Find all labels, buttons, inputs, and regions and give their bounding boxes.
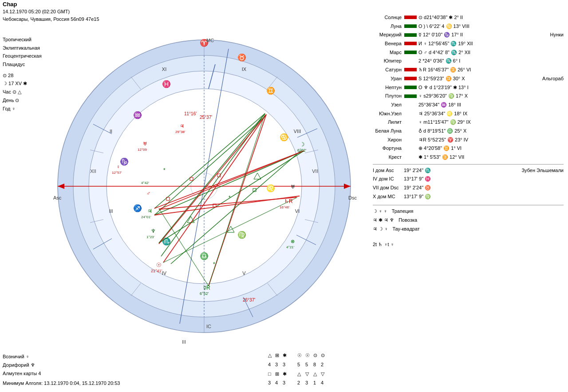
planet-data-neptune: O ♆ d 1°23'19" ✱ 13° I — [418, 83, 564, 92]
planet-name-cross: Крест — [373, 153, 402, 161]
config-name-2: Повозка — [398, 216, 417, 224]
planet-bar-fortuna — [404, 147, 417, 150]
extra-symbols: 2t ♄ ♀t ♀ — [373, 240, 564, 249]
svg-text:III: III — [109, 208, 113, 214]
svg-text:VII: VII — [312, 169, 318, 174]
svg-text:21°41': 21°41' — [151, 269, 162, 273]
svg-text:29°38': 29°38' — [175, 130, 185, 134]
time-label: Час ⊙ △ — [3, 88, 42, 96]
planet-bar-white-moon — [404, 129, 417, 133]
svg-text:4°42': 4°42' — [141, 181, 150, 185]
planet-data-cross: ✱ 1° 5'53" ♊ 12° VII — [418, 153, 564, 161]
svg-text:12°57': 12°57' — [112, 171, 122, 175]
planet-data-lilith: ♀ m11°15'47" ♍ 29° IX — [418, 118, 564, 126]
svg-text:♃: ♃ — [180, 123, 184, 129]
planet-name-sun: Солнце — [373, 13, 402, 22]
house-system-label: Плацидус — [3, 60, 42, 69]
planet-row-cross: Крест ✱ 1° 5'53" ♊ 12° VII — [373, 153, 564, 161]
planet-data-mars: O ♂ d 4°42' 8" ♏ 2° XII — [418, 48, 564, 57]
svg-text:IV: IV — [162, 270, 167, 276]
svg-text:*: * — [163, 167, 166, 173]
house-data-1: 19° 2'24" ♏ — [404, 166, 517, 175]
svg-text:IC: IC — [206, 324, 211, 329]
table-row-2: 4 3 3 5 5 8 2 — [266, 360, 327, 369]
planet-name-jupiter: Юпитер — [373, 57, 402, 65]
planet-row-mercury: Меркурий ☿ 12° 0'10" ♑ 17° II Нунки — [373, 31, 564, 39]
table-row-3: □ ⊞ ✱ △ ▽ △ ▽ — [266, 369, 327, 379]
planet-bar-sun — [404, 16, 417, 19]
planet-name-mercury: Меркурий — [373, 31, 402, 39]
planet-name-venus: Венера — [373, 39, 402, 48]
svg-text:♀: ♀ — [116, 164, 120, 170]
svg-text:♍: ♍ — [237, 231, 246, 239]
planet-row-white-moon: Белая Луна ♁ d 8°19'51" ♎ 25° X — [373, 127, 564, 135]
planet-name-node: Узел — [373, 101, 402, 109]
planet-row-chiron: Хирон ♃R 5°52'25" ♈ 23° IV — [373, 136, 564, 144]
svg-text:25°37': 25°37' — [200, 115, 212, 120]
svg-text:⊗: ⊗ — [291, 239, 295, 244]
planet-bar-saturn — [404, 68, 417, 71]
svg-text:IX: IX — [242, 67, 247, 72]
planet-name-pluto: Плутон — [373, 92, 402, 100]
house-data-10: 13°17' 9" ♍ — [404, 192, 564, 201]
house-label-7: VII дом Dsc — [373, 184, 404, 192]
system-label: Тропический — [3, 35, 42, 44]
svg-text:♅: ♅ — [291, 184, 295, 189]
bottom-table: △ ⊞ ✱ ☉ ☉ ⊙ ⊙ 4 3 3 5 5 8 2 □ ⊞ ✱ △ ▽ △ — [266, 351, 327, 388]
planet-data-uranus: S 12°59'23" ♊ 30° X — [418, 74, 538, 83]
planet-row-mars: Марс O ♂ d 4°42' 8" ♏ 2° XII — [373, 48, 564, 57]
chart-area: ♈ ♉ ♊ ♋ ♌ ♍ ♎ ♏ ♐ ♑ ♒ ♓ IX VIII VI V IV … — [44, 13, 364, 350]
svg-text:MC: MC — [206, 38, 214, 43]
planet-row-pluto: Плутон ♀ s29°36'20" ♍ 17° X — [373, 92, 564, 100]
planet-bar-jupiter — [404, 59, 417, 63]
house-label-4: IV дом IC — [373, 175, 404, 183]
minimum-label: Минимум Алголя: 13.12.1970 0:04, 15.12.1… — [3, 379, 120, 388]
planet-bar-lilith — [404, 121, 417, 124]
config-symbol-2: ♃ ✱ ♃ ♆ — [373, 216, 394, 224]
svg-text:☽: ☽ — [300, 141, 305, 148]
planet-data-south-node: ♃ 25°36'34" ♌ 18° IX — [418, 110, 564, 118]
planet-data-jupiter: 2 *24° 0'36" ♏ 6° I — [418, 57, 564, 65]
house-row-1: I дом Asc 19° 2'24" ♏ Зубен Эльшемали — [373, 166, 564, 175]
svg-text:♆: ♆ — [151, 228, 156, 234]
svg-text:4°21': 4°21' — [286, 245, 295, 249]
p17xv: 17 XV ✱ — [8, 81, 27, 86]
house-label-10: X дом MC — [373, 192, 404, 201]
p28: 28 — [8, 73, 13, 78]
svg-text:♎: ♎ — [200, 252, 209, 260]
planet-name-lilith: Лилит — [373, 118, 402, 126]
svg-text:♊: ♊ — [266, 86, 275, 95]
house-row-7: VII дом Dsc 19° 2'24" ♉ — [373, 184, 564, 192]
planet-bar-mars — [404, 51, 417, 54]
ecliptic-label: Эклиптикальная — [3, 44, 42, 52]
planet-bar-node — [404, 103, 417, 106]
planet-row-moon: Луна O ) \ 6°22' 4 ♋ 13° VIII — [373, 22, 564, 31]
planet-bar-mercury — [404, 33, 417, 37]
planet-bar-south-node — [404, 112, 417, 115]
right-panel: Солнце ⊙ d21°40'38" ✱ 2° II Луна O ) \ 6… — [373, 13, 564, 248]
planet-bar-uranus — [404, 77, 417, 80]
house-row-10: X дом MC 13°17' 9" ♍ — [373, 192, 564, 201]
svg-text:VI: VI — [295, 208, 300, 214]
svg-text:♐: ♐ — [133, 204, 142, 212]
svg-text:24°01': 24°01' — [141, 215, 151, 219]
config-name-1: Трапеция — [392, 207, 414, 216]
day-label: День ⊙ — [3, 96, 42, 105]
svg-text:♉: ♉ — [237, 53, 246, 62]
planet-name-saturn: Сатурн — [373, 66, 402, 74]
house-note-1: Зубен Эльшемали — [521, 166, 564, 175]
planet-row-saturn: Сатурн ♄R 16°45'37" ♊ 26° VI — [373, 66, 564, 74]
svg-text:Dsc: Dsc — [348, 195, 357, 200]
svg-text:6°22': 6°22' — [297, 148, 307, 153]
planet-row-south-node: Южн.Узел ♃ 25°36'34" ♌ 18° IX — [373, 110, 564, 118]
planet-row-venus: Венера И ♀ 12°56'45" ♏ 19° XII — [373, 39, 564, 48]
planet-data-chiron: ♃R 5°52'25" ♈ 23° IV — [418, 136, 564, 144]
config-symbol-3: ♃ ☽ ♀ — [373, 225, 388, 233]
planet-data-white-moon: ♁ d 8°19'51" ♎ 25° X — [418, 127, 564, 135]
svg-text:☉: ☉ — [156, 262, 162, 268]
svg-text:♒: ♒ — [133, 111, 142, 119]
svg-text:XI: XI — [162, 67, 166, 72]
page-title: Chap — [3, 1, 17, 8]
svg-text:6°52': 6°52' — [200, 291, 209, 296]
house-label-1: I дом Asc — [373, 166, 404, 175]
